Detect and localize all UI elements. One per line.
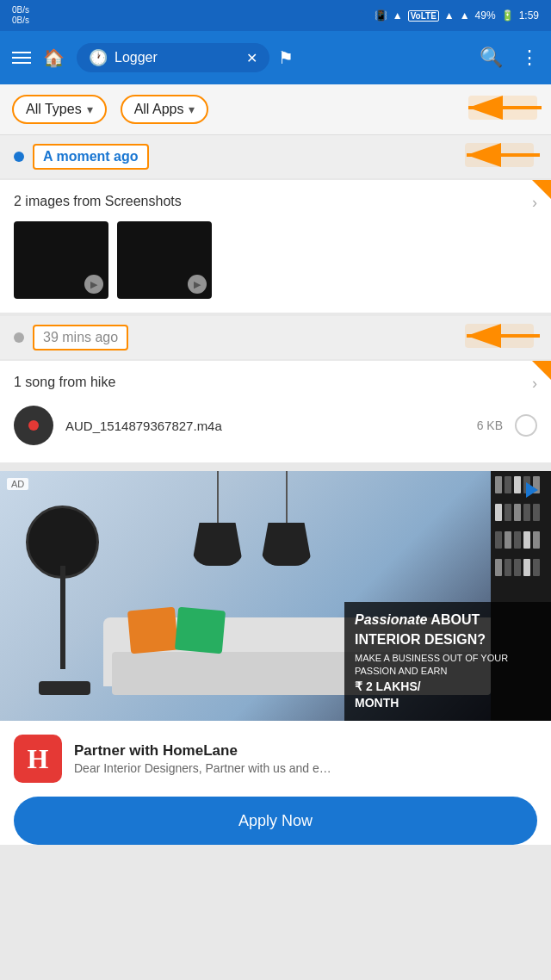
thumb1-play: ▶ [84,275,103,294]
song-size: 6 KB [477,419,503,432]
all-types-label: All Types [26,102,82,117]
filter-bar: All Types ▾ All Apps ▾ [0,84,551,135]
song-card-title: 1 song from hike [14,375,537,390]
pendant-wire-1 [217,471,219,523]
svg-rect-2 [468,96,537,120]
battery-pct: 49% [475,9,496,22]
logger-tab-label: Logger [115,50,158,65]
apply-btn-bar: Apply Now [0,797,551,845]
all-types-chevron: ▾ [87,102,93,116]
song-filename: AUD_1514879367827.m4a [65,419,465,433]
thumbnails-row: ▶ ▶ [14,221,537,299]
ad-container: AD [0,471,551,845]
all-apps-filter[interactable]: All Apps ▾ [121,95,209,124]
section-39-mins: 39 mins ago [0,316,551,359]
svg-rect-8 [465,324,534,348]
song-select-circle[interactable] [515,414,537,437]
lamp-base [39,681,90,695]
song-card-chevron[interactable]: › [532,375,537,393]
moment-ago-label: A moment ago [33,144,149,170]
volte-badge: VoLTE [408,10,439,22]
all-apps-chevron: ▾ [189,102,195,116]
pendant-wire-2 [286,471,288,523]
homelane-logo: H [14,735,62,783]
pendant-shade-1 [192,523,244,566]
filter-annotation-arrow [460,87,546,132]
all-apps-label: All Apps [134,102,184,117]
screenshots-card: › 2 images from Screenshots ▶ ▶ [0,180,551,313]
network-down: 0B/s [12,16,29,26]
song-card: › 1 song from hike AUD_1514879367827.m4a… [0,361,551,462]
39-mins-label: 39 mins ago [33,325,128,350]
flag-button[interactable]: ⚑ [278,47,294,68]
signal2-icon: ▲ [460,9,470,22]
status-bar: 0B/s 0B/s 📳 ▲ VoLTE ▲ ▲ 49% 🔋 1:59 [0,0,551,31]
ad-amount: ₹ 2 LAKHS/MONTH [355,679,541,712]
ad-brand-card[interactable]: H Partner with HomeLane Dear Interior De… [0,721,551,797]
ad-play-button[interactable] [520,478,544,502]
logger-tab[interactable]: 🕐 Logger ✕ [77,43,269,72]
svg-rect-5 [465,143,534,167]
ad-text-overlay: Passionate ABOUTINTERIOR DESIGN? MAKE A … [344,602,551,721]
filter-bar-wrapper: All Types ▾ All Apps ▾ [0,84,551,135]
apply-now-button[interactable]: Apply Now [14,797,537,845]
moment-ago-annotation-arrow [458,136,544,177]
pendant-lamp-1 [189,471,245,566]
logger-tab-icon: 🕐 [89,48,108,67]
signal-icon: ▲ [444,9,455,22]
section-moment-ago: A moment ago [0,135,551,178]
more-options-button[interactable]: ⋮ [520,47,539,69]
floor-lamp [26,506,103,695]
thumb2-play: ▶ [188,275,207,294]
ad-image[interactable]: Passionate ABOUTINTERIOR DESIGN? MAKE A … [0,471,551,721]
pendant-lamp-2 [258,471,314,566]
svg-marker-9 [526,482,538,498]
moment-ago-text: A moment ago [43,149,139,164]
apply-now-label: Apply Now [238,812,313,830]
status-right: 📳 ▲ VoLTE ▲ ▲ 49% 🔋 1:59 [375,9,539,22]
pillow-green [175,607,226,654]
thumbnail-1[interactable]: ▶ [14,221,108,299]
ad-headline: Passionate ABOUTINTERIOR DESIGN? [355,611,541,649]
thumbnail-2[interactable]: ▶ [117,221,212,299]
home-button[interactable]: 🏠 [40,44,68,71]
ad-card-desc: Dear Interior Designers, Partner with us… [74,761,537,775]
song-disc-icon [14,406,53,445]
search-button[interactable]: 🔍 [480,47,503,69]
lamp-pole [60,566,65,669]
logger-tab-close[interactable]: ✕ [246,50,257,66]
menu-button[interactable] [12,52,31,64]
39-mins-text: 39 mins ago [43,330,118,344]
section-dot-gray [14,332,24,343]
all-types-filter[interactable]: All Types ▾ [12,95,107,124]
section-dot-blue [14,152,24,162]
wifi-icon: ▲ [393,9,403,22]
ad-subtext: MAKE A BUSINESS OUT OF YOUR PASSION AND … [355,652,541,679]
ad-brand-text: Partner with HomeLane Dear Interior Desi… [74,742,537,775]
network-stats: 0B/s 0B/s [12,5,29,26]
ad-card-title: Partner with HomeLane [74,742,537,760]
ad-badge: AD [7,478,28,490]
card-title-screenshots: 2 images from Screenshots [14,194,537,209]
battery-icon: 🔋 [501,9,514,22]
song-item: AUD_1514879367827.m4a 6 KB [14,402,537,449]
card-chevron-icon[interactable]: › [532,194,537,212]
39mins-annotation-arrow [458,317,544,358]
song-disc-center [28,420,39,431]
vibrate-icon: 📳 [375,9,387,22]
network-up: 0B/s [12,5,29,16]
pendant-shade-2 [261,523,313,566]
app-bar: 🏠 🕐 Logger ✕ ⚑ 🔍 ⋮ [0,31,551,84]
clock: 1:59 [519,9,539,22]
pillow-orange [127,607,178,654]
